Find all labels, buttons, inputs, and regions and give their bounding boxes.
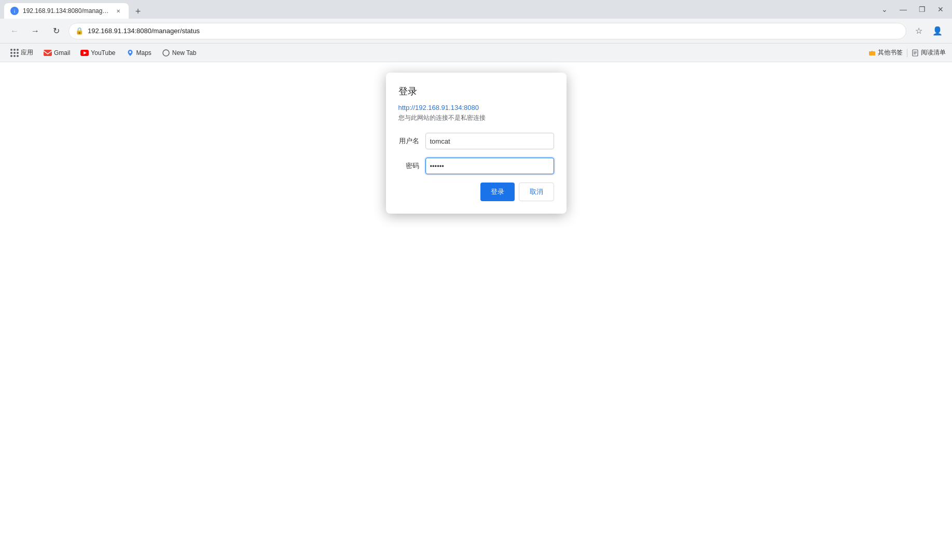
tab-title: 192.168.91.134:8080/manage... <box>23 7 110 15</box>
username-label: 用户名 <box>398 136 419 146</box>
other-bookmarks-label: 其他书签 <box>878 48 903 57</box>
browser-window: i 192.168.91.134:8080/manage... ✕ + ⌄ — … <box>0 0 952 560</box>
password-input[interactable] <box>425 158 554 174</box>
bookmark-button[interactable]: ☆ <box>910 23 927 39</box>
password-row: 密码 <box>398 158 554 174</box>
svg-text:i: i <box>14 9 15 14</box>
bookmark-youtube[interactable]: YouTube <box>76 47 119 59</box>
nav-actions: ☆ 👤 <box>910 23 946 39</box>
svg-point-5 <box>129 51 131 53</box>
maps-icon <box>126 49 134 57</box>
bookmark-gmail-label: Gmail <box>54 49 70 57</box>
maximize-button[interactable]: ❐ <box>915 2 929 17</box>
password-label: 密码 <box>398 161 419 171</box>
bookmark-apps-label: 应用 <box>21 48 33 57</box>
bookmark-apps[interactable]: 应用 <box>6 46 37 59</box>
newtab-icon <box>162 49 170 57</box>
reading-list-icon <box>912 49 919 57</box>
active-tab[interactable]: i 192.168.91.134:8080/manage... ✕ <box>4 3 129 19</box>
reload-button[interactable]: ↻ <box>48 23 64 39</box>
bookmark-youtube-label: YouTube <box>91 49 115 57</box>
main-content: 登录 http://192.168.91.134:8080 您与此网站的连接不是… <box>0 62 952 560</box>
bookmark-maps-label: Maps <box>136 49 151 57</box>
dialog-subtitle: 您与此网站的连接不是私密连接 <box>398 114 554 122</box>
tab-close-button[interactable]: ✕ <box>114 7 122 15</box>
other-bookmarks[interactable]: 其他书签 <box>868 48 903 57</box>
bookmark-newtab[interactable]: New Tab <box>158 47 200 59</box>
bookmarks-right: 其他书签 阅读清单 <box>868 48 946 57</box>
dialog-title: 登录 <box>398 85 554 97</box>
bookmark-newtab-label: New Tab <box>172 49 196 57</box>
forward-button[interactable]: → <box>27 23 44 39</box>
bookmarks-bar: 应用 Gmail YouTube Maps <box>0 44 952 62</box>
back-button[interactable]: ← <box>6 23 23 39</box>
bookmarks-divider <box>907 49 907 57</box>
tab-area: i 192.168.91.134:8080/manage... ✕ + <box>4 0 875 19</box>
svg-rect-2 <box>44 50 52 56</box>
new-tab-button[interactable]: + <box>131 4 145 19</box>
profile-button[interactable]: 👤 <box>929 23 946 39</box>
login-dialog: 登录 http://192.168.91.134:8080 您与此网站的连接不是… <box>386 73 567 214</box>
cancel-button[interactable]: 取消 <box>519 183 554 201</box>
reading-list[interactable]: 阅读清单 <box>912 48 946 57</box>
address-text: 192.168.91.134:8080/manager/status <box>88 27 900 35</box>
apps-grid-icon <box>10 49 19 57</box>
dialog-buttons: 登录 取消 <box>398 183 554 201</box>
minimize-button[interactable]: — <box>896 2 910 17</box>
youtube-icon <box>80 49 89 57</box>
lock-icon: 🔒 <box>75 27 84 35</box>
bookmark-maps[interactable]: Maps <box>122 47 156 59</box>
dialog-url: http://192.168.91.134:8080 <box>398 104 554 111</box>
title-bar: i 192.168.91.134:8080/manage... ✕ + ⌄ — … <box>0 0 952 19</box>
tab-favicon: i <box>10 7 19 15</box>
address-bar[interactable]: 🔒 192.168.91.134:8080/manager/status <box>68 23 906 39</box>
gmail-icon <box>44 49 52 57</box>
chevron-down-button[interactable]: ⌄ <box>877 2 892 17</box>
login-button[interactable]: 登录 <box>480 183 515 201</box>
svg-point-6 <box>163 50 169 56</box>
bookmark-gmail[interactable]: Gmail <box>39 47 74 59</box>
username-row: 用户名 <box>398 133 554 149</box>
window-controls: ⌄ — ❐ ✕ <box>877 2 948 17</box>
folder-icon <box>868 49 876 57</box>
nav-bar: ← → ↻ 🔒 192.168.91.134:8080/manager/stat… <box>0 19 952 44</box>
reading-list-label: 阅读清单 <box>921 48 946 57</box>
close-button[interactable]: ✕ <box>933 2 948 17</box>
username-input[interactable] <box>425 133 554 149</box>
svg-rect-7 <box>869 51 875 55</box>
